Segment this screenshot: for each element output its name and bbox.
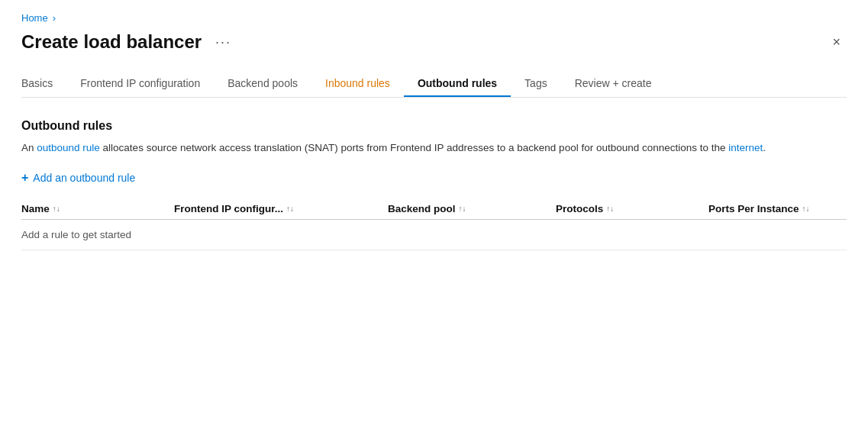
breadcrumb-separator: › bbox=[53, 12, 56, 24]
tab-basics[interactable]: Basics bbox=[21, 71, 66, 97]
tab-frontend-ip[interactable]: Frontend IP configuration bbox=[66, 71, 214, 97]
col-name[interactable]: Name ↑↓ bbox=[21, 203, 174, 214]
desc-text-1: An bbox=[21, 142, 37, 153]
col-frontend-ip-sort[interactable]: ↑↓ bbox=[286, 205, 294, 213]
section-description: An outbound rule allocates source networ… bbox=[21, 140, 831, 156]
tab-backend-pools[interactable]: Backend pools bbox=[214, 71, 311, 97]
plus-icon: + bbox=[21, 171, 28, 185]
breadcrumb: Home › bbox=[21, 12, 847, 24]
table-header: Name ↑↓ Frontend IP configur... ↑↓ Backe… bbox=[21, 203, 847, 220]
col-protocols-sort[interactable]: ↑↓ bbox=[606, 205, 614, 213]
tab-tags[interactable]: Tags bbox=[511, 71, 561, 97]
page-title: Create load balancer bbox=[21, 31, 202, 53]
rules-table: Name ↑↓ Frontend IP configur... ↑↓ Backe… bbox=[21, 203, 847, 250]
desc-end: . bbox=[763, 142, 766, 153]
col-backend-pool-sort[interactable]: ↑↓ bbox=[459, 205, 466, 213]
desc-text-2: allocates source network access translat… bbox=[100, 142, 728, 153]
add-rule-label: Add an outbound rule bbox=[33, 172, 135, 184]
col-frontend-ip[interactable]: Frontend IP configur... ↑↓ bbox=[174, 203, 388, 214]
col-protocols[interactable]: Protocols ↑↓ bbox=[556, 203, 708, 214]
tab-outbound-rules[interactable]: Outbound rules bbox=[404, 71, 511, 97]
add-outbound-rule-button[interactable]: + Add an outbound rule bbox=[21, 171, 135, 185]
breadcrumb-home[interactable]: Home bbox=[21, 12, 48, 24]
col-name-label: Name bbox=[21, 203, 50, 214]
col-name-sort[interactable]: ↑↓ bbox=[53, 205, 60, 213]
section-content: Outbound rules An outbound rule allocate… bbox=[21, 119, 847, 250]
close-button[interactable]: × bbox=[826, 34, 847, 50]
col-backend-pool[interactable]: Backend pool ↑↓ bbox=[388, 203, 556, 214]
internet-link[interactable]: internet bbox=[728, 142, 763, 153]
col-ports-sort[interactable]: ↑↓ bbox=[802, 205, 810, 213]
outbound-rule-link[interactable]: outbound rule bbox=[37, 142, 100, 153]
col-ports-label: Ports Per Instance bbox=[708, 203, 799, 214]
section-title: Outbound rules bbox=[21, 119, 847, 133]
col-backend-pool-label: Backend pool bbox=[388, 203, 456, 214]
col-protocols-label: Protocols bbox=[556, 203, 603, 214]
empty-table-message: Add a rule to get started bbox=[21, 220, 847, 250]
col-ports-per-instance[interactable]: Ports Per Instance ↑↓ bbox=[708, 203, 861, 214]
tab-inbound-rules[interactable]: Inbound rules bbox=[311, 71, 404, 97]
ellipsis-menu-button[interactable]: ··· bbox=[211, 33, 236, 52]
title-bar: Create load balancer ··· × bbox=[21, 31, 847, 53]
nav-tabs: Basics Frontend IP configuration Backend… bbox=[21, 71, 847, 98]
col-frontend-ip-label: Frontend IP configur... bbox=[174, 203, 283, 214]
tab-review-create[interactable]: Review + create bbox=[561, 71, 666, 97]
